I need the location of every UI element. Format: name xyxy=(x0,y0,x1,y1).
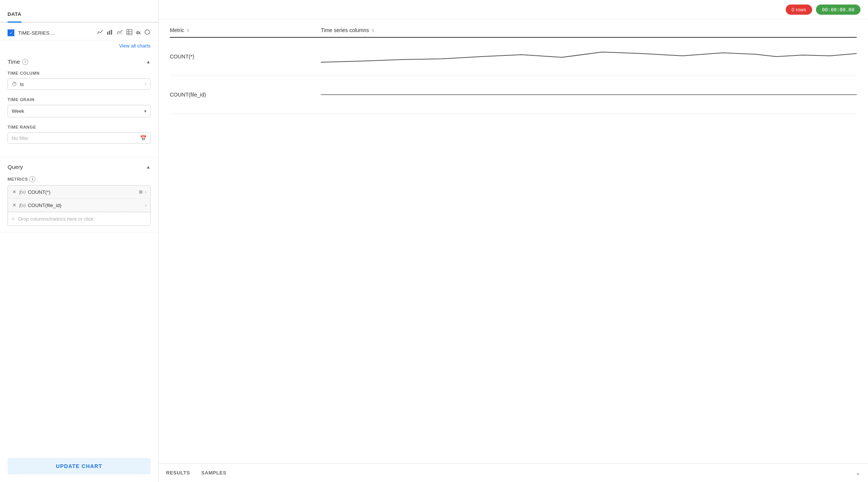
metric-1-remove[interactable]: ✕ xyxy=(12,189,17,195)
svg-point-8 xyxy=(146,31,148,33)
time-badge: 00:00:00.08 xyxy=(816,5,860,15)
update-chart-button[interactable]: UPDATE CHART xyxy=(8,458,151,474)
row-2-metric: COUNT(file_id) xyxy=(170,92,321,98)
metrics-info-icon[interactable]: i xyxy=(29,176,35,182)
donut-icon[interactable] xyxy=(144,29,151,37)
metric-item-2[interactable]: ✕ f(x) COUNT(file_id) › xyxy=(8,199,150,212)
svg-rect-0 xyxy=(107,32,108,35)
chart-type-bar: ✓ TIME-SERIES ... xyxy=(0,23,158,40)
4k-icon[interactable]: 4k xyxy=(136,30,141,35)
time-column-value: ts xyxy=(20,81,145,87)
chart-type-checkbox[interactable]: ✓ xyxy=(8,29,14,36)
table-icon[interactable] xyxy=(126,29,133,37)
time-info-icon[interactable]: i xyxy=(22,59,28,65)
time-column-group: TIME COLUMN ⏱ ts › xyxy=(8,71,151,90)
time-section-title: Time i xyxy=(8,58,28,65)
tab-data[interactable]: DATA xyxy=(8,11,22,23)
query-section-title: Query xyxy=(8,164,23,170)
sparkline-chart xyxy=(321,45,857,68)
drop-zone-text: Drop columns/metrics here or click xyxy=(18,216,93,222)
view-all-charts-text[interactable]: View all charts xyxy=(119,43,151,49)
line-chart-icon[interactable] xyxy=(97,29,103,37)
metric-1-calc-icon: ⊞ xyxy=(139,189,143,195)
query-section-chevron[interactable]: ▲ xyxy=(146,164,151,170)
query-section: Query ▲ METRICS i ✕ f(x) COUNT(*) ⊞ › ✕ … xyxy=(0,158,158,232)
table-row-2: COUNT(file_id) xyxy=(170,76,857,114)
svg-rect-1 xyxy=(109,31,110,35)
query-section-header[interactable]: Query ▲ xyxy=(8,164,151,170)
metrics-label: METRICS i xyxy=(8,176,151,182)
clock-icon: ⏱ xyxy=(12,81,17,87)
tab-results[interactable]: RESULTS xyxy=(166,465,190,481)
metric-2-remove[interactable]: ✕ xyxy=(12,202,17,209)
right-header: 0 rows 00:00:00.08 xyxy=(159,0,868,20)
area-chart-icon[interactable] xyxy=(116,29,123,37)
svg-rect-3 xyxy=(127,29,132,35)
series-column-header: Time series columns ⇅ xyxy=(321,27,857,33)
bar-chart-icon[interactable] xyxy=(106,29,113,37)
row-1-series xyxy=(321,45,857,68)
tab-samples[interactable]: SAMPLES xyxy=(201,465,226,481)
metric-sort-icon[interactable]: ⇅ xyxy=(186,28,189,32)
drop-zone-plus-icon: + xyxy=(12,216,15,222)
metric-2-arrow: › xyxy=(145,203,146,208)
time-column-label: TIME COLUMN xyxy=(8,71,151,75)
chart-area: Metric ⇅ Time series columns ⇅ COUNT(*) … xyxy=(159,20,868,463)
chart-type-label: TIME-SERIES ... xyxy=(18,30,93,36)
time-section-chevron[interactable]: ▲ xyxy=(146,59,151,64)
metrics-drop-zone[interactable]: + Drop columns/metrics here or click xyxy=(8,212,150,226)
time-grain-chevron: ▾ xyxy=(144,109,146,114)
rows-badge: 0 rows xyxy=(786,5,812,15)
time-range-placeholder: No filter xyxy=(12,135,140,141)
time-range-input[interactable]: No filter 📅 xyxy=(8,132,151,144)
row-2-series xyxy=(321,83,857,106)
chart-icons: 4k xyxy=(97,29,151,37)
time-grain-select[interactable]: Week ▾ xyxy=(8,105,151,117)
time-column-input[interactable]: ⏱ ts › xyxy=(8,78,151,90)
metric-item-1[interactable]: ✕ f(x) COUNT(*) ⊞ › xyxy=(8,186,150,199)
time-column-arrow: › xyxy=(145,81,146,87)
svg-rect-2 xyxy=(111,30,112,35)
chart-table-header: Metric ⇅ Time series columns ⇅ xyxy=(170,27,857,38)
metric-2-func: f(x) xyxy=(19,203,26,208)
time-section-header[interactable]: Time i ▲ xyxy=(8,58,151,65)
series-sort-icon[interactable]: ⇅ xyxy=(371,28,374,32)
time-grain-group: TIME GRAIN Week ▾ xyxy=(8,97,151,117)
calendar-icon: 📅 xyxy=(140,135,146,141)
expand-icon[interactable]: ⌄ xyxy=(856,469,860,476)
metrics-list: ✕ f(x) COUNT(*) ⊞ › ✕ f(x) COUNT(file_id… xyxy=(8,185,151,226)
time-range-label: TIME RANGE xyxy=(8,125,151,129)
metric-1-name: COUNT(*) xyxy=(28,189,135,195)
table-row-1: COUNT(*) xyxy=(170,38,857,76)
time-grain-value: Week xyxy=(12,108,144,114)
bottom-tabs: RESULTS SAMPLES ⌄ xyxy=(159,463,868,482)
tab-bar: DATA xyxy=(0,0,158,23)
metric-1-arrow: › xyxy=(145,189,146,195)
right-panel: 0 rows 00:00:00.08 Metric ⇅ Time series … xyxy=(159,0,868,482)
metric-2-name: COUNT(file_id) xyxy=(28,203,143,208)
row-1-metric: COUNT(*) xyxy=(170,54,321,60)
view-all-charts-link[interactable]: View all charts xyxy=(0,40,158,52)
time-range-group: TIME RANGE No filter 📅 xyxy=(8,125,151,144)
time-grain-label: TIME GRAIN xyxy=(8,97,151,102)
left-panel: DATA ✓ TIME-SERIES ... xyxy=(0,0,159,482)
time-section: Time i ▲ TIME COLUMN ⏱ ts › TIME GRAIN W… xyxy=(0,52,158,158)
metric-1-func: f(x) xyxy=(19,189,26,195)
flat-line-chart xyxy=(321,83,857,106)
metric-column-header: Metric ⇅ xyxy=(170,27,321,33)
